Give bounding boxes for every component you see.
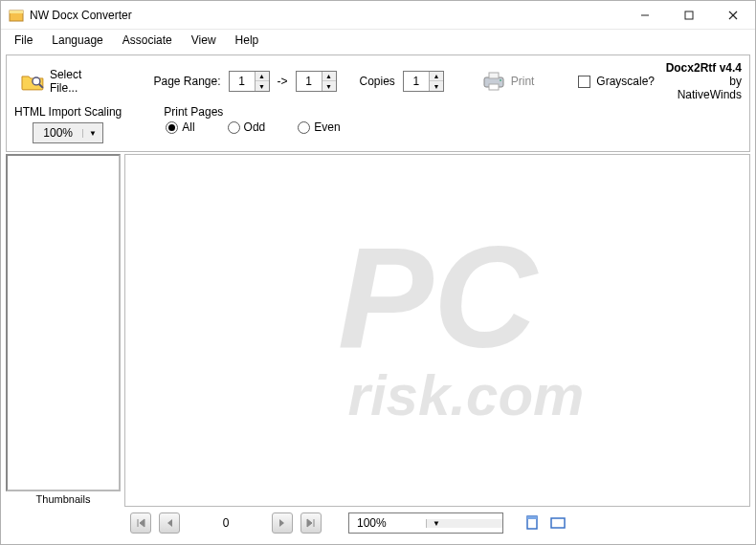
checkbox-icon	[578, 76, 590, 88]
print-pages-label: Print Pages	[164, 105, 342, 119]
menu-help[interactable]: Help	[228, 32, 267, 49]
print-button[interactable]: Print	[477, 69, 541, 94]
thumbnail-panel[interactable]	[6, 154, 121, 491]
menu-associate[interactable]: Associate	[115, 32, 180, 49]
close-button[interactable]	[711, 1, 755, 29]
brand-name: Docx2Rtf v4.4	[662, 61, 742, 75]
spin-down-icon[interactable]: ▼	[430, 81, 443, 91]
app-icon	[9, 8, 24, 23]
brand-author: by NativeWinds	[662, 75, 742, 101]
grayscale-label: Grayscale?	[596, 75, 655, 88]
minimize-button[interactable]	[623, 1, 667, 29]
page-range-label: Page Range:	[153, 75, 220, 88]
radio-icon	[298, 121, 310, 134]
print-label: Print	[511, 75, 535, 88]
spin-up-icon[interactable]: ▲	[322, 72, 336, 81]
last-page-button[interactable]	[300, 512, 322, 534]
html-scaling-label: HTML Import Scaling	[14, 105, 122, 119]
spin-up-icon[interactable]: ▲	[430, 72, 443, 81]
toolbar-panel: Select File... Page Range: ▲▼ -> ▲▼ Copi…	[6, 54, 750, 152]
spin-up-icon[interactable]: ▲	[256, 72, 269, 81]
page-number: 0	[188, 516, 264, 530]
thumbnails-label: Thumbnails	[6, 491, 121, 507]
brand-block: Docx2Rtf v4.4 by NativeWinds	[662, 61, 742, 101]
radio-icon	[166, 121, 178, 134]
radio-odd[interactable]: Odd	[228, 120, 266, 134]
chevron-down-icon: ▼	[82, 129, 102, 138]
spin-down-icon[interactable]: ▼	[256, 81, 269, 91]
svg-rect-1	[10, 11, 23, 13]
html-scaling-value: 100%	[33, 126, 82, 140]
spin-down-icon[interactable]: ▼	[322, 81, 336, 91]
radio-all-label: All	[182, 120, 194, 134]
svg-rect-14	[551, 518, 565, 528]
radio-icon	[228, 121, 240, 134]
footer-bar: 0 100% ▼	[6, 507, 750, 539]
zoom-combo[interactable]: 100% ▼	[348, 512, 503, 534]
page-to-input[interactable]	[297, 72, 322, 91]
select-file-button[interactable]: Select File...	[14, 65, 120, 98]
radio-odd-label: Odd	[244, 120, 266, 134]
svg-rect-10	[489, 84, 499, 90]
next-page-button[interactable]	[272, 512, 293, 534]
window-title: NW Docx Converter	[30, 9, 623, 22]
fit-page-icon[interactable]	[524, 514, 542, 532]
watermark: PC risk.com	[125, 155, 749, 506]
copies-spinner[interactable]: ▲▼	[403, 71, 444, 92]
html-scaling-combo[interactable]: 100% ▼	[33, 122, 103, 143]
printer-icon	[482, 71, 505, 92]
fit-width-icon[interactable]	[549, 514, 567, 532]
zoom-value: 100%	[349, 516, 426, 530]
range-arrow: ->	[278, 75, 288, 88]
menu-file[interactable]: File	[7, 32, 40, 49]
svg-rect-13	[527, 516, 537, 519]
svg-point-6	[33, 77, 40, 85]
grayscale-checkbox[interactable]: Grayscale?	[578, 75, 655, 88]
menu-bar: File Language Associate View Help	[1, 30, 755, 51]
page-from-spinner[interactable]: ▲▼	[229, 71, 270, 92]
menu-language[interactable]: Language	[44, 32, 110, 49]
svg-rect-3	[685, 11, 693, 19]
menu-view[interactable]: View	[184, 32, 224, 49]
page-from-input[interactable]	[230, 72, 255, 91]
copies-label: Copies	[360, 75, 395, 88]
radio-even-label: Even	[314, 120, 340, 134]
copies-input[interactable]	[404, 72, 429, 91]
folder-search-icon	[21, 72, 44, 91]
svg-rect-9	[489, 73, 499, 78]
maximize-button[interactable]	[667, 1, 711, 29]
radio-even[interactable]: Even	[298, 120, 340, 134]
page-to-spinner[interactable]: ▲▼	[296, 71, 337, 92]
preview-panel[interactable]: PC risk.com	[124, 154, 750, 507]
select-file-label: Select File...	[50, 68, 113, 95]
svg-point-11	[500, 79, 501, 81]
first-page-button[interactable]	[130, 512, 151, 534]
radio-all[interactable]: All	[166, 120, 194, 134]
chevron-down-icon: ▼	[426, 519, 502, 528]
prev-page-button[interactable]	[159, 512, 180, 534]
